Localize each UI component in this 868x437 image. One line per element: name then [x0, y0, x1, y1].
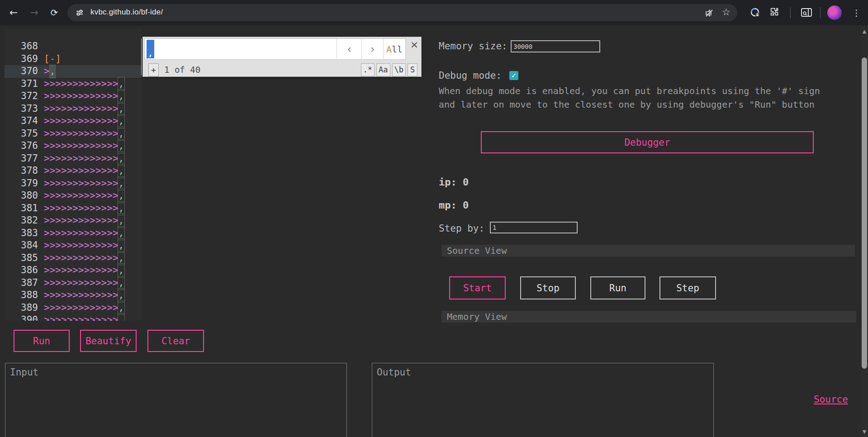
page-scrollbar[interactable]: ▲ ▼ — [861, 25, 868, 437]
match-case-toggle[interactable]: Aa — [376, 63, 390, 76]
line-number: 371 — [5, 78, 38, 90]
debugger-button[interactable]: Debugger — [481, 131, 814, 153]
browser-menu-icon[interactable]: ⋮ — [852, 7, 861, 19]
debug-mode-checkbox[interactable]: ✓ — [509, 71, 518, 80]
editor-line[interactable]: 369[-] — [5, 53, 142, 66]
editor-scrollbar-thumb[interactable] — [141, 38, 142, 76]
scroll-up-icon[interactable]: ▲ — [861, 28, 868, 34]
regex-toggle[interactable]: .* — [361, 63, 375, 76]
source-link[interactable]: Source — [814, 394, 848, 405]
source-view-bar[interactable]: Source View — [441, 245, 855, 256]
editor-line[interactable]: 376>>>>>>>>>>>>>, — [5, 140, 142, 152]
editor-line[interactable]: 372>>>>>>>>>>>>>, — [5, 90, 142, 103]
debugger-start-button[interactable]: Start — [449, 276, 506, 299]
line-code: >>>>>>>>>>>>>, — [38, 128, 124, 140]
editor-line[interactable]: 387>>>>>>>>>>>>>, — [5, 277, 142, 290]
search-match: , — [119, 227, 124, 240]
editor-line[interactable]: 380>>>>>>>>>>>>>, — [5, 190, 142, 202]
search-match: , — [119, 252, 124, 265]
url-text[interactable]: kvbc.github.io/bf-ide/ — [90, 8, 163, 17]
editor-line[interactable]: 381>>>>>>>>>>>>>, — [5, 202, 142, 215]
editor-line[interactable]: 373>>>>>>>>>>>>>, — [5, 103, 142, 115]
editor-line[interactable]: 368 — [5, 40, 142, 53]
editor-line[interactable]: 379>>>>>>>>>>>>>, — [5, 177, 142, 190]
line-code: >>>>>>>>>>>>>, — [38, 177, 124, 190]
step-by-label: Step by: — [439, 223, 484, 235]
line-code: >>>>>>>>>>>>>, — [38, 190, 124, 202]
search-match: , — [119, 140, 124, 152]
line-code: >, — [38, 65, 55, 78]
back-icon[interactable]: ← — [7, 6, 20, 19]
whole-word-toggle[interactable]: \b — [392, 63, 406, 76]
line-number: 368 — [5, 40, 38, 53]
mute-icon[interactable] — [705, 9, 714, 18]
line-number: 386 — [5, 264, 38, 277]
editor-line[interactable]: 388>>>>>>>>>>>>>, — [5, 289, 142, 302]
debugger-step-button[interactable]: Step — [659, 276, 716, 299]
bookmark-star-icon[interactable]: ☆ — [722, 7, 730, 18]
line-code: >>>>>>>>>>>>>, — [38, 277, 124, 290]
search-close-icon[interactable]: × — [409, 39, 420, 50]
clear-button[interactable]: Clear — [147, 330, 204, 352]
line-code: >>>>>>>>>>>>>, — [38, 115, 124, 128]
search-expand-button[interactable]: + — [148, 63, 159, 76]
code-editor[interactable]: 368369[-]370>,371>>>>>>>>>>>>>,372>>>>>>… — [5, 29, 142, 321]
editor-line[interactable]: 383>>>>>>>>>>>>>, — [5, 227, 142, 240]
editor-line[interactable]: 375>>>>>>>>>>>>>, — [5, 128, 142, 140]
password-manager-icon[interactable] — [750, 7, 761, 18]
url-bar[interactable]: kvbc.github.io/bf-ide/ ☆ — [67, 4, 737, 21]
editor-line[interactable]: 390>>>>>>>>>>>>>, — [5, 314, 142, 321]
selection-toggle[interactable]: S — [408, 63, 417, 76]
editor-line[interactable]: 374>>>>>>>>>>>>>, — [5, 115, 142, 128]
site-settings-icon[interactable] — [75, 8, 84, 17]
search-match: , — [119, 314, 124, 321]
line-code: >>>>>>>>>>>>>, — [38, 227, 124, 240]
search-toggle-group: .* Aa \b S — [361, 63, 417, 76]
line-code: >>>>>>>>>>>>>, — [38, 264, 124, 277]
search-match: , — [119, 277, 124, 290]
editor-line[interactable]: 370>, — [5, 65, 142, 78]
beautify-button[interactable]: Beautify — [80, 330, 137, 352]
debugger-run-button[interactable]: Run — [590, 276, 645, 299]
line-code: >>>>>>>>>>>>>, — [38, 239, 124, 252]
input-textarea[interactable] — [5, 363, 347, 437]
editor-line[interactable]: 377>>>>>>>>>>>>>, — [5, 152, 142, 165]
search-prev-button[interactable]: ‹ — [337, 39, 362, 59]
search-match: , — [119, 128, 124, 140]
profile-avatar[interactable] — [827, 5, 842, 20]
line-number: 387 — [5, 277, 38, 290]
scrollbar-thumb[interactable] — [862, 57, 867, 369]
line-number: 378 — [5, 165, 38, 177]
editor-line[interactable]: 382>>>>>>>>>>>>>, — [5, 214, 142, 227]
scroll-down-icon[interactable]: ▼ — [861, 429, 868, 435]
search-match: , — [119, 264, 124, 277]
side-panel-search-icon[interactable] — [801, 7, 812, 18]
line-code: >>>>>>>>>>>>>, — [38, 202, 124, 215]
search-all-label-first: A — [386, 44, 392, 55]
forward-icon[interactable]: → — [28, 6, 41, 19]
editor-line[interactable]: 389>>>>>>>>>>>>>, — [5, 302, 142, 314]
line-number: 384 — [5, 239, 38, 252]
editor-line[interactable]: 386>>>>>>>>>>>>>, — [5, 264, 142, 277]
output-textarea[interactable] — [372, 363, 714, 437]
step-by-input[interactable] — [490, 222, 578, 233]
extensions-puzzle-icon[interactable] — [769, 7, 780, 18]
editor-line[interactable]: 378>>>>>>>>>>>>>, — [5, 165, 142, 177]
search-input[interactable]: , — [145, 39, 337, 59]
search-all-button[interactable]: All — [384, 39, 405, 59]
debug-help-line2: and later on move to the closest one by … — [439, 99, 815, 110]
debug-mode-label: Debug mode: — [439, 70, 502, 82]
run-button[interactable]: Run — [14, 330, 70, 352]
line-number: 383 — [5, 227, 38, 240]
memory-size-input[interactable] — [511, 40, 600, 52]
editor-line[interactable]: 384>>>>>>>>>>>>>, — [5, 239, 142, 252]
debugger-stop-button[interactable]: Stop — [520, 276, 576, 299]
editor-line[interactable]: 385>>>>>>>>>>>>>, — [5, 252, 142, 265]
reload-icon[interactable]: ⟳ — [48, 6, 61, 19]
search-match: , — [119, 190, 124, 202]
search-match: , — [119, 202, 124, 215]
search-match: , — [119, 289, 124, 302]
editor-line[interactable]: 371>>>>>>>>>>>>>, — [5, 78, 142, 90]
memory-view-bar[interactable]: Memory View — [441, 311, 856, 323]
search-next-button[interactable]: › — [362, 39, 384, 59]
